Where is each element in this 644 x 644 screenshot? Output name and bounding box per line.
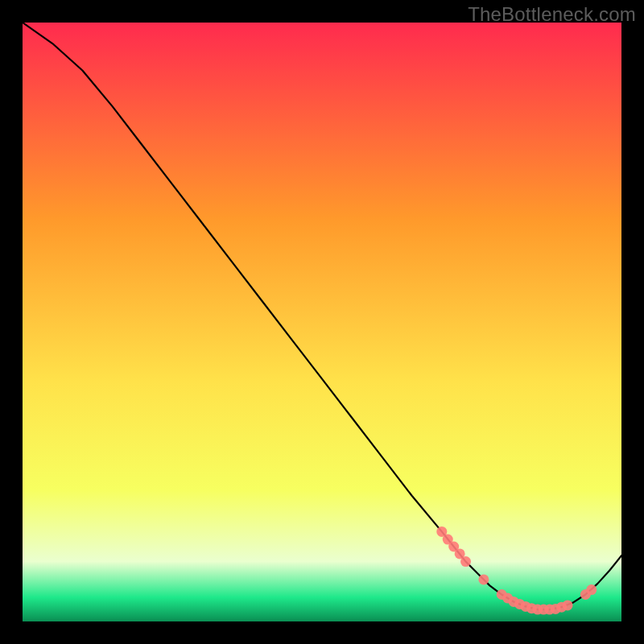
- gradient-background: [23, 23, 621, 621]
- marker-point: [460, 556, 471, 567]
- bottleneck-chart: [23, 23, 621, 621]
- chart-frame: TheBottleneck.com: [0, 0, 644, 644]
- plot-area: [23, 23, 621, 621]
- marker-point: [478, 574, 489, 584]
- marker-point: [563, 600, 573, 610]
- marker-point: [586, 584, 597, 595]
